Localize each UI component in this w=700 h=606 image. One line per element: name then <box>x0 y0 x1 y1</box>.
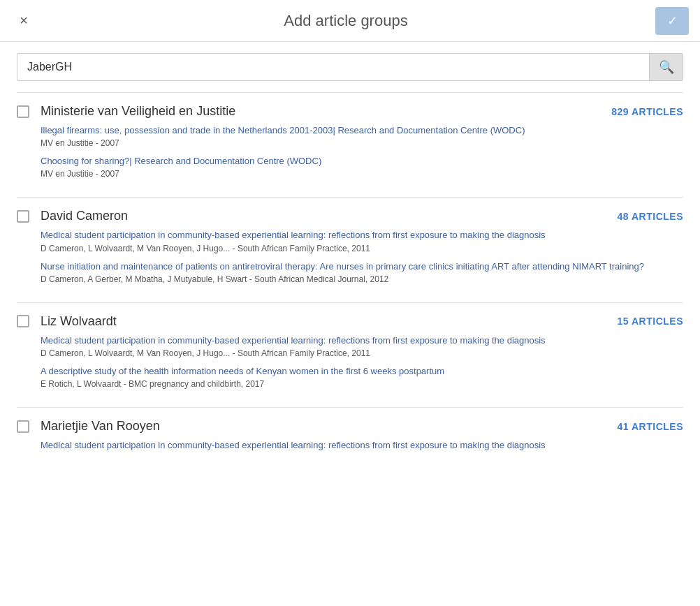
group-article-count-vanrooyen: 41 ARTICLES <box>618 421 683 432</box>
group-name-vanrooyen: Marietjie Van Rooyen <box>41 419 606 434</box>
close-icon: × <box>20 13 28 29</box>
group-name-cameron: David Cameron <box>41 209 606 223</box>
group-checkbox-vanrooyen[interactable] <box>17 420 29 433</box>
modal-title: Add article groups <box>36 12 655 30</box>
group-article-count-ministerie: 829 ARTICLES <box>611 106 683 117</box>
article-title[interactable]: Medical student participation in communi… <box>41 439 683 452</box>
article-title[interactable]: Medical student participation in communi… <box>41 229 683 242</box>
list-item: Medical student participation in communi… <box>41 334 683 358</box>
group-name-ministerie: Ministerie van Veiligheid en Justitie <box>41 104 600 119</box>
close-button[interactable]: × <box>11 8 36 34</box>
search-box: 🔍 <box>17 53 683 81</box>
group-section-wolvaardt: Liz Wolvaardt15 ARTICLESMedical student … <box>17 302 683 407</box>
list-item: Nurse initiation and maintenance of pati… <box>41 260 683 284</box>
content-area: Ministerie van Veiligheid en Justitie829… <box>0 92 700 606</box>
group-checkbox-ministerie[interactable] <box>17 105 29 118</box>
article-title[interactable]: Choosing for sharing?| Research and Docu… <box>41 155 683 168</box>
group-section-ministerie: Ministerie van Veiligheid en Justitie829… <box>17 92 683 197</box>
modal: × Add article groups ✓ 🔍 Ministerie van … <box>0 0 700 606</box>
article-list-ministerie: Illegal firearms: use, possession and tr… <box>17 124 683 197</box>
group-header-wolvaardt: Liz Wolvaardt15 ARTICLES <box>17 303 683 334</box>
group-header-ministerie: Ministerie van Veiligheid en Justitie829… <box>17 93 683 124</box>
article-meta: D Cameron, A Gerber, M Mbatha, J Mutyabu… <box>41 274 683 284</box>
list-item: Illegal firearms: use, possession and tr… <box>41 124 683 148</box>
search-icon: 🔍 <box>659 59 674 75</box>
group-header-vanrooyen: Marietjie Van Rooyen41 ARTICLES <box>17 408 683 439</box>
article-list-vanrooyen: Medical student participation in communi… <box>17 439 683 470</box>
article-list-wolvaardt: Medical student participation in communi… <box>17 334 683 407</box>
group-article-count-wolvaardt: 15 ARTICLES <box>618 316 683 327</box>
list-item: Medical student participation in communi… <box>41 439 683 452</box>
group-checkbox-wolvaardt[interactable] <box>17 315 29 327</box>
checkmark-icon: ✓ <box>667 13 678 29</box>
group-article-count-cameron: 48 ARTICLES <box>618 211 683 222</box>
list-item: Medical student participation in communi… <box>41 229 683 253</box>
group-header-cameron: David Cameron48 ARTICLES <box>17 198 683 229</box>
modal-header: × Add article groups ✓ <box>0 0 700 42</box>
article-list-cameron: Medical student participation in communi… <box>17 229 683 302</box>
search-input[interactable] <box>17 54 649 80</box>
group-name-wolvaardt: Liz Wolvaardt <box>41 314 606 329</box>
article-title[interactable]: A descriptive study of the health inform… <box>41 365 683 378</box>
article-meta: MV en Justitie - 2007 <box>41 138 683 148</box>
list-item: Choosing for sharing?| Research and Docu… <box>41 155 683 179</box>
article-title[interactable]: Illegal firearms: use, possession and tr… <box>41 124 683 137</box>
search-button[interactable]: 🔍 <box>649 54 683 80</box>
article-meta: E Rotich, L Wolvaardt - BMC pregnancy an… <box>41 379 683 389</box>
search-area: 🔍 <box>0 42 700 92</box>
group-section-vanrooyen: Marietjie Van Rooyen41 ARTICLESMedical s… <box>17 407 683 470</box>
article-meta: D Cameron, L Wolvaardt, M Van Rooyen, J … <box>41 348 683 358</box>
article-title[interactable]: Nurse initiation and maintenance of pati… <box>41 260 683 273</box>
article-title[interactable]: Medical student participation in communi… <box>41 334 683 347</box>
article-meta: MV en Justitie - 2007 <box>41 169 683 179</box>
article-meta: D Cameron, L Wolvaardt, M Van Rooyen, J … <box>41 244 683 253</box>
confirm-button[interactable]: ✓ <box>655 7 689 35</box>
list-item: A descriptive study of the health inform… <box>41 365 683 389</box>
group-checkbox-cameron[interactable] <box>17 210 29 223</box>
group-section-cameron: David Cameron48 ARTICLESMedical student … <box>17 197 683 302</box>
